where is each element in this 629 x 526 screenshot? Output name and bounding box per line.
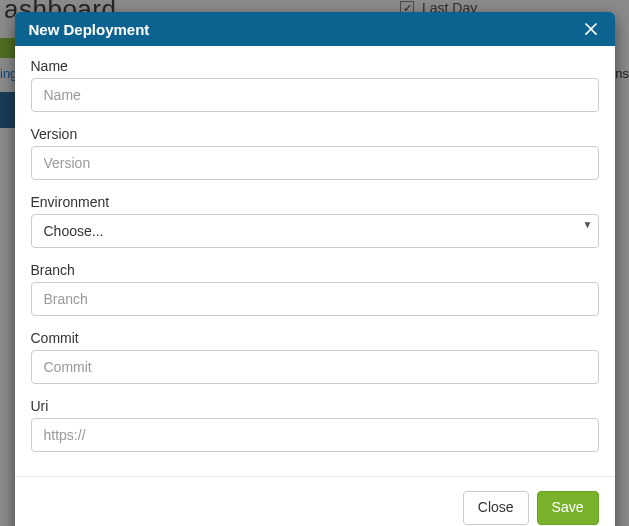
name-input[interactable] xyxy=(31,78,599,112)
commit-group: Commit xyxy=(31,330,599,384)
version-label: Version xyxy=(31,126,599,142)
version-input[interactable] xyxy=(31,146,599,180)
new-deployment-modal: New Deployment Name Version Environment … xyxy=(15,12,615,526)
branch-group: Branch xyxy=(31,262,599,316)
uri-label: Uri xyxy=(31,398,599,414)
commit-input[interactable] xyxy=(31,350,599,384)
uri-input[interactable] xyxy=(31,418,599,452)
branch-input[interactable] xyxy=(31,282,599,316)
commit-label: Commit xyxy=(31,330,599,346)
name-label: Name xyxy=(31,58,599,74)
name-group: Name xyxy=(31,58,599,112)
uri-group: Uri xyxy=(31,398,599,452)
modal-title: New Deployment xyxy=(29,21,150,38)
branch-label: Branch xyxy=(31,262,599,278)
modal-footer: Close Save xyxy=(15,476,615,526)
environment-label: Environment xyxy=(31,194,599,210)
modal-body: Name Version Environment Choose... ▼ Bra… xyxy=(15,46,615,472)
environment-select[interactable]: Choose... xyxy=(31,214,599,248)
modal-header: New Deployment xyxy=(15,12,615,46)
close-icon[interactable] xyxy=(581,19,601,39)
save-button[interactable]: Save xyxy=(537,491,599,525)
environment-group: Environment Choose... ▼ xyxy=(31,194,599,248)
close-button[interactable]: Close xyxy=(463,491,529,525)
version-group: Version xyxy=(31,126,599,180)
